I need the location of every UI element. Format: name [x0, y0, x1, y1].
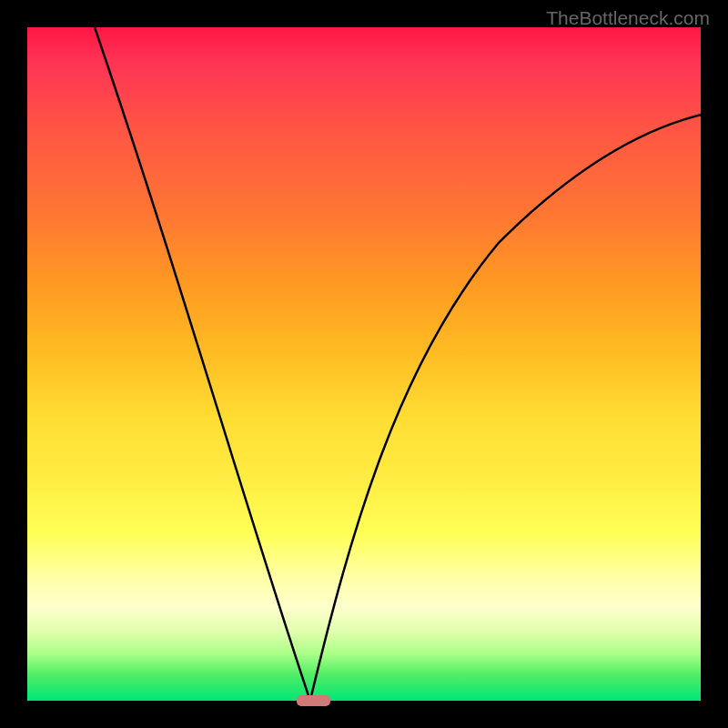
optimal-range-marker: [297, 695, 330, 706]
chart-plot-area: [27, 27, 701, 701]
watermark-text: TheBottleneck.com: [546, 7, 710, 29]
bottleneck-curve: [27, 27, 701, 701]
